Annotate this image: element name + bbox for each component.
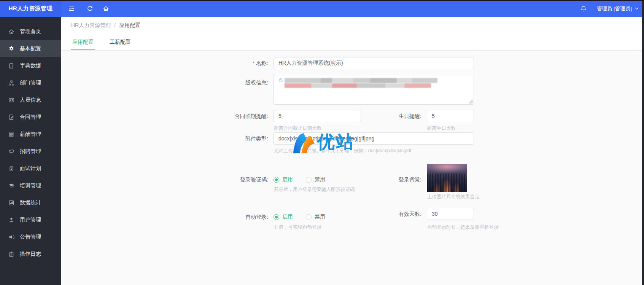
collapse-sidebar-icon[interactable] [64,0,79,17]
sidebar-item-interview[interactable]: 面试计划 [0,160,61,177]
sidebar-item-config[interactable]: 基本配置 [0,40,61,57]
copyright-label: 版权信息: [177,76,268,89]
login-bg-hint: 上传图片尺寸视效果自定 [427,194,480,200]
auto-login-hint: 开启，可实现自动登录 [274,224,321,231]
birthday-remind-label: 生日提醒: [330,110,421,122]
right-edge-strip [642,0,644,285]
name-input[interactable] [274,57,474,69]
birthday-remind-input[interactable] [427,110,474,122]
user-menu[interactable]: 管理员 [管理员] [597,5,639,12]
graduation-icon [8,183,14,189]
captcha-hint: 开启后，用户登录需要输入图形验证码 [274,186,355,193]
dictionary-icon [8,63,14,69]
radio-unchecked-icon [306,177,312,183]
captcha-disable-radio[interactable]: 禁用 [306,176,325,183]
notifications-bell-icon[interactable] [580,5,587,12]
breadcrumb-root[interactable]: HR人力资源管理 [71,22,111,29]
breadcrumb: HR人力资源管理 / 应用配置 [71,22,140,29]
auto-login-label: 自动登录: [177,211,268,223]
copyright-textarea[interactable]: © [274,75,474,105]
required-mark: * [253,61,254,66]
home-shortcut-icon[interactable] [98,0,113,17]
name-label: *名称: [177,57,268,70]
sidebar-item-salary[interactable]: 薪酬管理 [0,126,61,143]
valid-days-input[interactable] [427,208,474,220]
breadcrumb-current: 应用配置 [119,22,140,29]
watermark: 优站 [292,131,355,155]
sidebar-item-staff[interactable]: 人员信息 [0,91,61,108]
radio-unchecked-icon [306,214,312,220]
tab-app-config[interactable]: 应用配置 [71,34,95,50]
sidebar-item-training[interactable]: 培训管理 [0,177,61,194]
config-form: *名称: 版权信息: © 合同临期提醒: 距离合同截 [61,51,642,285]
org-chart-icon [8,80,14,86]
main-header: HR人力资源管理 / 应用配置 应用配置 工薪配置 [61,17,642,51]
home-icon [8,29,14,35]
sidebar-item-notice[interactable]: 公告管理 [0,228,61,245]
chevron-down-icon [635,7,639,10]
calculator-icon [8,131,14,137]
contract-icon [8,114,14,120]
sidebar-item-dept[interactable]: 部门管理 [0,74,61,91]
id-card-icon [8,97,14,103]
app-title: HR人力资源管理 [9,5,53,12]
auto-login-enable-radio[interactable]: 启用 [274,213,293,220]
clipboard-icon [8,251,14,257]
topbar: HR人力资源管理 管理员 [管理员] [0,0,644,17]
radio-checked-icon [274,214,279,220]
contract-remind-label: 合同临期提醒: [177,110,268,122]
captcha-radio-group: 启用 禁用 [274,174,325,186]
breadcrumb-separator: / [114,22,116,29]
login-background-image[interactable] [427,164,467,192]
sidebar: 管理首页 基本配置 字典数据 部门管理 人员信息 [0,17,61,285]
gear-icon [8,46,14,52]
sidebar-item-stats[interactable]: 数据统计 [0,194,61,211]
auto-login-disable-radio[interactable]: 禁用 [306,213,325,220]
tab-bar: 应用配置 工薪配置 [71,34,145,50]
birthday-remind-hint: 距离生日天数 [427,125,456,132]
watermark-text: 优站 [317,130,355,154]
refresh-icon[interactable] [82,0,97,17]
badge-icon [8,166,14,172]
auto-login-radio-group: 启用 禁用 [274,211,325,223]
top-edge-strip [0,0,644,1]
user-name: 管理员 [管理员] [597,5,632,12]
sidebar-item-contract[interactable]: 合同管理 [0,108,61,126]
sidebar-item-users[interactable]: 用户管理 [0,211,61,228]
sidebar-item-recruit[interactable]: 招聘管理 [0,143,61,160]
screen: HR人力资源管理 管理员 [管理员] 管理首页 [0,0,644,285]
valid-days-label: 有效天数: [330,208,421,220]
topbar-right: 管理员 [管理员] [580,0,639,17]
handshake-icon [8,148,14,154]
speaker-icon [8,234,14,240]
sidebar-item-log[interactable]: 操作日志 [0,245,61,263]
tab-salary-config[interactable]: 工薪配置 [108,34,132,50]
captcha-label: 登录验证码: [177,174,268,186]
bar-chart-icon [8,200,14,206]
app-logo-area: HR人力资源管理 [0,0,61,17]
valid-days-hint: 自动登录时长，超出后需重新登录 [427,224,499,231]
captcha-enable-radio[interactable]: 启用 [274,176,293,183]
watermark-logo-icon [292,132,316,154]
radio-checked-icon [274,177,279,183]
login-bg-label: 登录背景: [330,174,421,186]
sidebar-item-dict[interactable]: 字典数据 [0,57,61,74]
main-area: HR人力资源管理 / 应用配置 应用配置 工薪配置 *名称: 版权信息: © [61,17,642,285]
copyright-prefix: © [279,78,283,83]
sidebar-item-home[interactable]: 管理首页 [0,23,61,40]
attachment-type-label: 附件类型: [177,132,268,145]
textarea-resize-handle[interactable] [469,100,473,103]
redacted-content [285,78,437,88]
user-icon [8,217,14,223]
